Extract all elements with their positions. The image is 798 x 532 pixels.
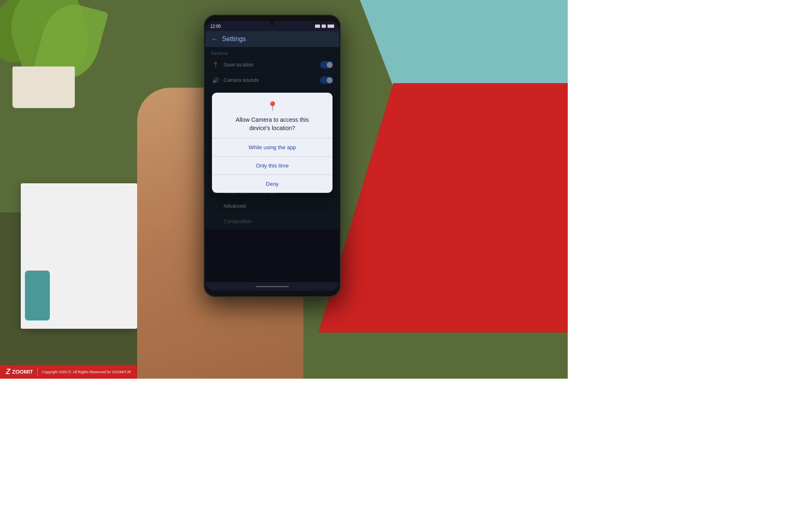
logo-text: ZOOMIT [12, 369, 33, 375]
back-button[interactable]: ← [211, 35, 218, 43]
permission-dialog: 📍 Allow Camera to access this device's l… [212, 93, 332, 193]
dialog-title-line2: device's location? [249, 125, 295, 131]
status-time: 12:00 [210, 24, 221, 29]
home-bar [256, 286, 289, 287]
plant-area [0, 0, 133, 116]
zoomit-logo: Z ZOOMIT [6, 367, 33, 376]
logo-z: Z [6, 367, 10, 376]
planter [12, 66, 75, 108]
background: 12:00 ← Settings [0, 0, 568, 379]
app-header: ← Settings [205, 31, 339, 47]
status-icons [315, 25, 334, 28]
device-image [25, 271, 50, 320]
wifi-icon [322, 25, 326, 28]
watermark-separator [37, 368, 38, 376]
dialog-location-icon: 📍 [267, 101, 278, 112]
dialog-title-line1: Allow Camera to access this [236, 116, 309, 123]
only-this-time-button[interactable]: Only this time [212, 157, 332, 175]
watermark-bar: Z ZOOMIT Copyright 2020 ©, All Rights Re… [0, 365, 137, 379]
battery-icon [328, 25, 334, 28]
dialog-header: 📍 Allow Camera to access this device's l… [212, 93, 332, 138]
screen-body: General 📍 Save location 🔊 [205, 47, 339, 282]
phone-screen: 12:00 ← Settings [205, 21, 339, 291]
dialog-title: Allow Camera to access this device's loc… [236, 116, 309, 132]
while-using-button[interactable]: While using the app [212, 138, 332, 157]
phone-device: 12:00 ← Settings [204, 15, 341, 297]
page-title: Settings [222, 35, 246, 43]
copyright-text: Copyright 2020 ©, All Rights Reserved fo… [42, 370, 131, 374]
deny-button[interactable]: Deny [212, 175, 332, 193]
hand-holding-area [116, 0, 568, 379]
camera-notch [270, 21, 274, 25]
home-indicator [205, 282, 339, 291]
signal-icon [315, 25, 320, 28]
